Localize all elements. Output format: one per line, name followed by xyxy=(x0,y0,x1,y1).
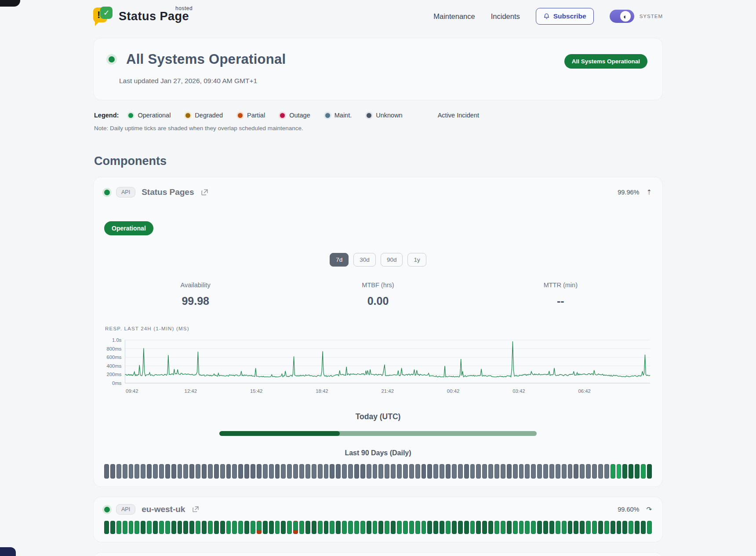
uptime-tick[interactable] xyxy=(488,464,493,479)
theme-toggle[interactable]: ◐ xyxy=(610,10,634,23)
uptime-tick[interactable] xyxy=(299,521,304,534)
uptime-tick[interactable] xyxy=(647,464,652,479)
uptime-tick[interactable] xyxy=(488,521,493,534)
uptime-tick[interactable] xyxy=(324,521,329,534)
uptime-tick[interactable] xyxy=(501,464,505,479)
uptime-tick[interactable] xyxy=(134,464,139,479)
uptime-tick[interactable] xyxy=(189,464,194,479)
uptime-tick[interactable] xyxy=(604,464,609,479)
uptime-tick[interactable] xyxy=(482,464,487,479)
uptime-tick[interactable] xyxy=(440,521,444,534)
uptime-tick[interactable] xyxy=(403,521,408,534)
uptime-tick[interactable] xyxy=(287,521,292,534)
uptime-tick[interactable] xyxy=(622,464,627,479)
uptime-tick[interactable] xyxy=(433,464,438,479)
range-button-30d[interactable]: 30d xyxy=(353,253,376,267)
uptime-tick[interactable] xyxy=(452,521,457,534)
uptime-tick[interactable] xyxy=(446,464,451,479)
uptime-tick[interactable] xyxy=(458,521,463,534)
uptime-tick[interactable] xyxy=(238,464,243,479)
uptime-tick[interactable] xyxy=(415,521,420,534)
uptime-tick[interactable] xyxy=(147,464,152,479)
uptime-tick[interactable] xyxy=(165,464,170,479)
uptime-tick[interactable] xyxy=(507,464,512,479)
uptime-tick[interactable] xyxy=(257,464,262,479)
uptime-tick[interactable] xyxy=(513,464,518,479)
uptime-tick[interactable] xyxy=(562,464,567,479)
uptime-tick[interactable] xyxy=(208,521,213,534)
uptime-tick[interactable] xyxy=(183,521,188,534)
uptime-tick[interactable] xyxy=(446,521,451,534)
uptime-tick[interactable] xyxy=(269,464,274,479)
uptime-tick[interactable] xyxy=(641,464,646,479)
uptime-tick[interactable] xyxy=(123,464,127,479)
uptime-tick[interactable] xyxy=(178,521,182,534)
uptime-tick[interactable] xyxy=(494,464,499,479)
uptime-tick[interactable] xyxy=(617,464,622,479)
uptime-tick[interactable] xyxy=(519,521,524,534)
uptime-tick[interactable] xyxy=(525,521,530,534)
uptime-tick[interactable] xyxy=(159,464,164,479)
uptime-tick[interactable] xyxy=(220,521,225,534)
uptime-tick[interactable] xyxy=(281,521,286,534)
uptime-tick[interactable] xyxy=(470,464,475,479)
uptime-tick[interactable] xyxy=(391,464,396,479)
uptime-tick[interactable] xyxy=(458,464,463,479)
uptime-tick[interactable] xyxy=(153,464,158,479)
uptime-tick[interactable] xyxy=(299,464,304,479)
uptime-tick[interactable] xyxy=(312,464,316,479)
uptime-tick[interactable] xyxy=(269,521,274,534)
uptime-tick[interactable] xyxy=(287,464,292,479)
uptime-tick[interactable] xyxy=(373,521,378,534)
uptime-tick[interactable] xyxy=(226,521,231,534)
uptime-tick[interactable] xyxy=(183,464,188,479)
uptime-tick[interactable] xyxy=(611,464,615,479)
uptime-tick[interactable] xyxy=(141,521,145,534)
uptime-tick[interactable] xyxy=(196,464,200,479)
uptime-tick[interactable] xyxy=(129,464,134,479)
uptime-tick[interactable] xyxy=(397,464,402,479)
uptime-tick[interactable] xyxy=(611,521,615,534)
uptime-tick[interactable] xyxy=(116,521,121,534)
uptime-tick[interactable] xyxy=(134,521,139,534)
uptime-tick[interactable] xyxy=(604,521,609,534)
uptime-tick[interactable] xyxy=(549,464,554,479)
uptime-tick[interactable] xyxy=(433,521,438,534)
expand-icon[interactable]: ↷ xyxy=(646,505,652,513)
uptime-tick[interactable] xyxy=(354,464,359,479)
uptime-tick[interactable] xyxy=(617,521,622,534)
uptime-tick[interactable] xyxy=(348,464,353,479)
uptime-tick[interactable] xyxy=(342,521,347,534)
uptime-tick[interactable] xyxy=(178,464,182,479)
uptime-tick[interactable] xyxy=(519,464,524,479)
uptime-tick[interactable] xyxy=(525,464,530,479)
uptime-tick[interactable] xyxy=(622,521,627,534)
uptime-tick[interactable] xyxy=(373,464,378,479)
uptime-tick[interactable] xyxy=(574,464,578,479)
collapse-icon[interactable]: ⇡ xyxy=(646,188,652,196)
uptime-tick[interactable] xyxy=(543,521,548,534)
uptime-tick[interactable] xyxy=(507,521,512,534)
uptime-tick[interactable] xyxy=(244,521,249,534)
uptime-tick[interactable] xyxy=(482,521,487,534)
uptime-tick[interactable] xyxy=(305,521,310,534)
uptime-tick[interactable] xyxy=(531,464,536,479)
uptime-tick[interactable] xyxy=(202,521,207,534)
uptime-tick[interactable] xyxy=(263,464,268,479)
uptime-tick[interactable] xyxy=(409,464,414,479)
uptime-tick[interactable] xyxy=(476,464,481,479)
uptime-tick[interactable] xyxy=(159,521,164,534)
uptime-tick[interactable] xyxy=(202,464,207,479)
nav-link-incidents[interactable]: Incidents xyxy=(491,12,520,21)
uptime-tick[interactable] xyxy=(293,521,298,534)
uptime-tick[interactable] xyxy=(354,521,359,534)
uptime-tick[interactable] xyxy=(232,464,237,479)
uptime-tick[interactable] xyxy=(104,521,109,534)
uptime-tick[interactable] xyxy=(556,521,560,534)
uptime-tick[interactable] xyxy=(440,464,444,479)
uptime-tick[interactable] xyxy=(116,464,121,479)
uptime-tick[interactable] xyxy=(251,521,255,534)
uptime-tick[interactable] xyxy=(110,464,115,479)
uptime-tick[interactable] xyxy=(586,464,591,479)
uptime-tick[interactable] xyxy=(470,521,475,534)
